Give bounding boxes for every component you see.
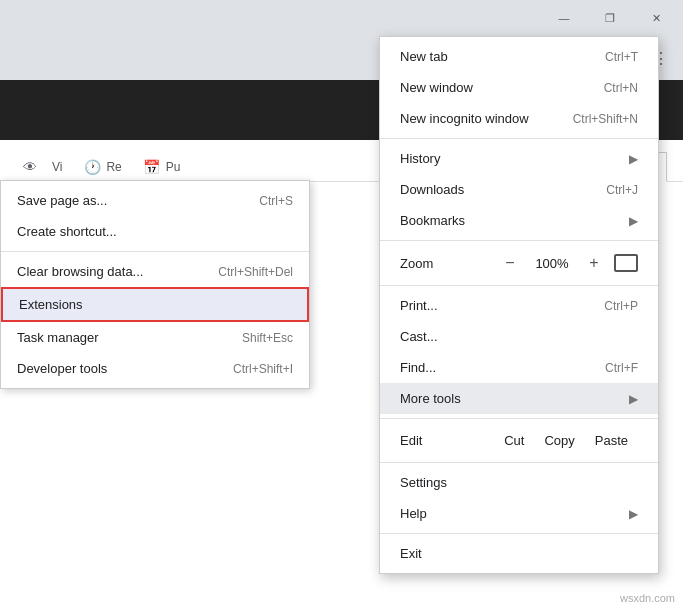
- menu-item-print[interactable]: Print... Ctrl+P: [380, 290, 658, 321]
- sub-menu-item-task-manager[interactable]: Task manager Shift+Esc: [1, 322, 309, 353]
- main-menu-divider-5: [380, 462, 658, 463]
- zoom-value: 100%: [530, 256, 574, 271]
- watermark: wsxdn.com: [620, 592, 675, 604]
- edit-copy-button[interactable]: Copy: [534, 429, 584, 452]
- main-menu-divider-6: [380, 533, 658, 534]
- menu-item-help[interactable]: Help ▶: [380, 498, 658, 529]
- main-context-menu: New tab Ctrl+T New window Ctrl+N New inc…: [379, 36, 659, 574]
- eye-icon: 👁: [16, 153, 44, 181]
- main-menu-divider-4: [380, 418, 658, 419]
- sub-menu-item-clear-browsing[interactable]: Clear browsing data... Ctrl+Shift+Del: [1, 256, 309, 287]
- menu-item-find[interactable]: Find... Ctrl+F: [380, 352, 658, 383]
- sub-menu-item-create-shortcut[interactable]: Create shortcut...: [1, 216, 309, 247]
- menu-item-downloads[interactable]: Downloads Ctrl+J: [380, 174, 658, 205]
- edit-row: Edit Cut Copy Paste: [380, 423, 658, 458]
- main-menu-divider-2: [380, 240, 658, 241]
- re-indicator: Re: [106, 160, 121, 174]
- zoom-row: Zoom − 100% +: [380, 245, 658, 281]
- main-menu-divider-1: [380, 138, 658, 139]
- edit-paste-button[interactable]: Paste: [585, 429, 638, 452]
- menu-item-new-window[interactable]: New window Ctrl+N: [380, 72, 658, 103]
- sub-menu-item-save-page[interactable]: Save page as... Ctrl+S: [1, 185, 309, 216]
- sub-menu-divider-1: [1, 251, 309, 252]
- zoom-minus-button[interactable]: −: [498, 251, 522, 275]
- browser-window: — ❐ ✕ ☆ COPY A ABP ⋮: [0, 0, 683, 610]
- sub-context-menu: Save page as... Ctrl+S Create shortcut..…: [0, 180, 310, 389]
- zoom-fullscreen-button[interactable]: [614, 254, 638, 272]
- main-menu-divider-3: [380, 285, 658, 286]
- menu-item-cast[interactable]: Cast...: [380, 321, 658, 352]
- menu-item-exit[interactable]: Exit: [380, 538, 658, 569]
- visual-indicator: Vi: [52, 160, 62, 174]
- calendar-icon: 📅: [138, 153, 166, 181]
- menu-item-history[interactable]: History ▶: [380, 143, 658, 174]
- minimize-button[interactable]: —: [541, 0, 587, 36]
- menu-item-new-tab[interactable]: New tab Ctrl+T: [380, 41, 658, 72]
- maximize-button[interactable]: ❐: [587, 0, 633, 36]
- sub-menu-item-extensions[interactable]: Extensions: [1, 287, 309, 322]
- menu-item-new-incognito[interactable]: New incognito window Ctrl+Shift+N: [380, 103, 658, 134]
- refresh-icon: 🕐: [78, 153, 106, 181]
- title-bar: — ❐ ✕: [0, 0, 683, 36]
- pub-indicator: Pu: [166, 160, 181, 174]
- menu-item-bookmarks[interactable]: Bookmarks ▶: [380, 205, 658, 236]
- zoom-plus-button[interactable]: +: [582, 251, 606, 275]
- sub-menu-item-developer-tools[interactable]: Developer tools Ctrl+Shift+I: [1, 353, 309, 384]
- menu-item-more-tools[interactable]: More tools ▶: [380, 383, 658, 414]
- close-button[interactable]: ✕: [633, 0, 679, 36]
- edit-cut-button[interactable]: Cut: [494, 429, 534, 452]
- menu-item-settings[interactable]: Settings: [380, 467, 658, 498]
